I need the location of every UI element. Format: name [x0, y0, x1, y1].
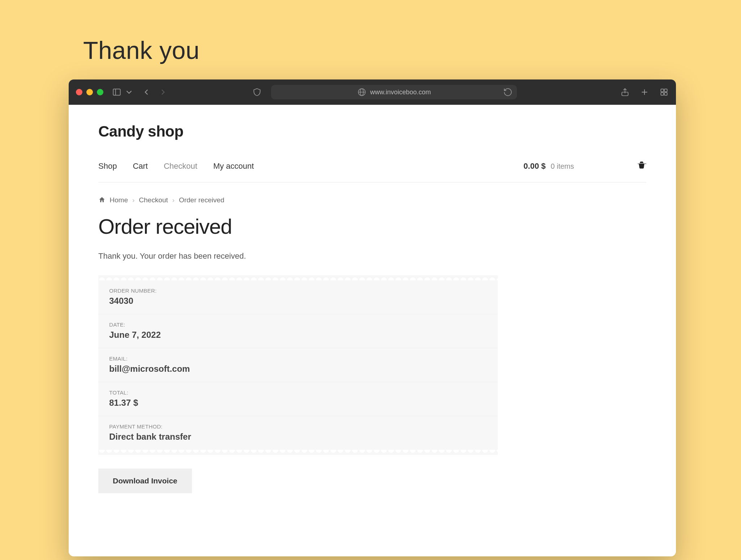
svg-rect-10 — [661, 92, 664, 95]
home-icon — [98, 196, 110, 204]
receipt-label: EMAIL: — [109, 356, 487, 362]
back-button[interactable] — [142, 87, 151, 97]
cart-summary[interactable]: 0.00 $ 0 items — [523, 160, 646, 172]
sidebar-toggle-icon[interactable] — [112, 87, 121, 97]
receipt-value: 81.37 $ — [109, 398, 487, 408]
window-controls — [76, 89, 103, 95]
minimize-window-button[interactable] — [86, 89, 93, 95]
receipt-value: Direct bank transfer — [109, 432, 487, 442]
receipt-row-payment-method: PAYMENT METHOD: Direct bank transfer — [98, 416, 498, 450]
tab-overview-icon[interactable] — [659, 87, 669, 97]
confirmation-message: Thank you. Your order has been received. — [98, 251, 646, 261]
nav-link-cart[interactable]: Cart — [133, 161, 148, 171]
breadcrumb-separator: › — [132, 196, 134, 204]
chevron-down-icon[interactable] — [124, 87, 134, 97]
basket-icon[interactable] — [637, 160, 646, 172]
cart-item-count: 0 items — [551, 162, 574, 171]
browser-window: www.invoiceboo.com Candy shop Shop Car — [69, 79, 676, 556]
receipt-label: ORDER NUMBER: — [109, 288, 487, 294]
breadcrumb-home[interactable]: Home — [98, 196, 128, 204]
breadcrumb-separator: › — [172, 196, 175, 204]
browser-chrome: www.invoiceboo.com — [69, 79, 676, 105]
breadcrumb: Home › Checkout › Order received — [98, 196, 646, 204]
site-title[interactable]: Candy shop — [98, 123, 646, 140]
receipt-value: 34030 — [109, 296, 487, 306]
close-window-button[interactable] — [76, 89, 82, 95]
share-icon[interactable] — [620, 87, 630, 97]
receipt-row-total: TOTAL: 81.37 $ — [98, 382, 498, 416]
nav-link-account[interactable]: My account — [213, 161, 254, 171]
svg-rect-11 — [664, 92, 667, 95]
receipt-row-email: EMAIL: bill@microsoft.com — [98, 348, 498, 382]
receipt-label: TOTAL: — [109, 389, 487, 396]
receipt-row-order-number: ORDER NUMBER: 34030 — [98, 280, 498, 314]
address-bar-url: www.invoiceboo.com — [370, 89, 431, 96]
forward-button[interactable] — [158, 87, 168, 97]
receipt-row-date: DATE: June 7, 2022 — [98, 314, 498, 348]
receipt-value: bill@microsoft.com — [109, 364, 487, 374]
globe-icon — [357, 87, 367, 97]
primary-nav: Shop Cart Checkout My account 0.00 $ 0 i… — [98, 160, 646, 182]
address-bar[interactable]: www.invoiceboo.com — [271, 85, 517, 99]
receipt-label: PAYMENT METHOD: — [109, 423, 487, 430]
new-tab-icon[interactable] — [640, 87, 649, 97]
page-content: Candy shop Shop Cart Checkout My account… — [69, 105, 676, 493]
receipt-label: DATE: — [109, 322, 487, 328]
cart-total: 0.00 $ — [523, 161, 545, 171]
shield-icon[interactable] — [252, 87, 262, 97]
receipt-value: June 7, 2022 — [109, 330, 487, 340]
maximize-window-button[interactable] — [97, 89, 103, 95]
order-receipt: ORDER NUMBER: 34030 DATE: June 7, 2022 E… — [98, 275, 498, 455]
breadcrumb-current: Order received — [179, 196, 224, 204]
download-invoice-button[interactable]: Download Invoice — [98, 469, 192, 493]
page-title: Order received — [98, 214, 646, 238]
reload-icon[interactable] — [503, 87, 513, 97]
nav-link-shop[interactable]: Shop — [98, 161, 117, 171]
svg-rect-8 — [661, 89, 664, 92]
nav-link-checkout[interactable]: Checkout — [164, 161, 197, 171]
stage-title: Thank you — [83, 36, 200, 64]
svg-rect-9 — [664, 89, 667, 92]
svg-rect-0 — [113, 89, 120, 95]
breadcrumb-checkout[interactable]: Checkout — [139, 196, 168, 204]
